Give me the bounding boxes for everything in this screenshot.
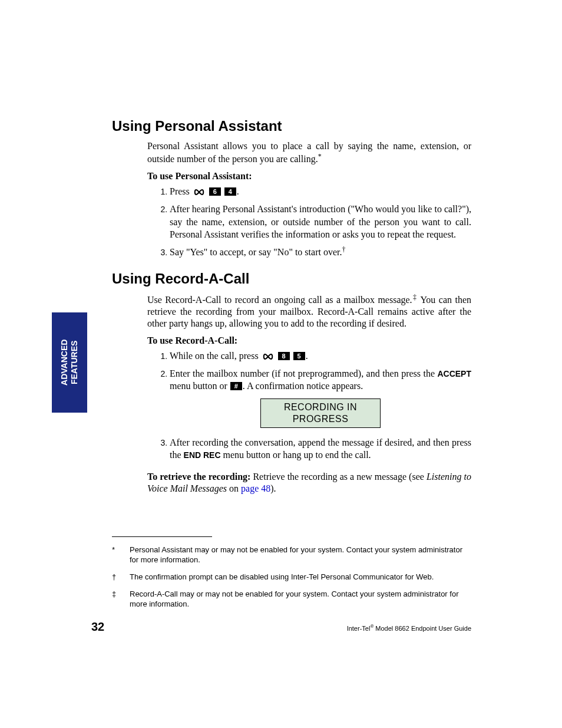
pa-step1-post: . (237, 186, 239, 196)
retrieve-bold: To retrieve the recording: (147, 472, 250, 482)
side-tab-text: ADVANCED FEATURES (59, 340, 80, 386)
pa-to-use: To use Personal Assistant: (147, 171, 471, 182)
page-48-link[interactable]: page 48 (241, 483, 270, 493)
rac-step-1: While on the call, press 8 5. (170, 350, 471, 364)
fn3-text: Record-A-Call may or may not be enabled … (130, 589, 471, 610)
pa-intro: Personal Assistant allows you to place a… (147, 140, 471, 165)
key-4: 4 (224, 187, 236, 196)
rac-intro-mark: ‡ (412, 293, 418, 301)
pa-step-1: Press 6 4. (170, 185, 471, 199)
fn1-sym: * (112, 545, 130, 565)
end-rec-label: END REC (184, 450, 221, 460)
rac-retrieve: To retrieve the recording: Retrieve the … (147, 471, 471, 495)
display-box: RECORDING IN PROGRESS (260, 398, 381, 428)
rac-step-3: After recording the conversation, append… (170, 436, 471, 462)
rac-s2-c: . A confirmation notice appears. (243, 381, 363, 391)
pa-step1-pre: Press (170, 186, 192, 196)
rac-intro-a: Use Record-A-Call to record an ongoing c… (147, 295, 412, 305)
retrieve-b: on (227, 483, 241, 493)
footnotes: * Personal Assistant may or may not be e… (112, 536, 471, 616)
key-8: 8 (278, 352, 290, 360)
key-hash: # (230, 382, 242, 390)
pa-intro-footmark: * (318, 152, 322, 160)
footnote-3: ‡ Record-A-Call may or may not be enable… (112, 589, 471, 610)
key-6: 6 (209, 187, 221, 196)
rac-steps: While on the call, press 8 5. Enter the … (158, 350, 471, 462)
pa-intro-text: Personal Assistant allows you to place a… (147, 141, 471, 164)
rac-s2-a: Enter the mailbox number (if not preprog… (170, 368, 437, 378)
rac-s1-post: . (306, 351, 308, 361)
side-tab-line1: ADVANCED (59, 340, 69, 386)
content-area: Using Personal Assistant Personal Assist… (112, 118, 471, 500)
infinity-icon (262, 351, 274, 364)
side-tab: ADVANCED FEATURES (52, 312, 87, 413)
rac-s1-pre: While on the call, press (170, 351, 261, 361)
pa-step-2: After hearing Personal Assistant's intro… (170, 203, 471, 241)
rac-intro: Use Record-A-Call to record an ongoing c… (147, 293, 471, 330)
fn2-text: The confirmation prompt can be disabled … (130, 572, 471, 582)
display-line1: RECORDING IN (284, 402, 357, 412)
pa-step-3: Say "Yes" to accept, or say "No" to star… (170, 245, 471, 259)
heading-personal-assistant: Using Personal Assistant (112, 118, 471, 134)
rac-step-2: Enter the mailbox number (if not preprog… (170, 367, 471, 428)
footer-brand: Inter-Tel (347, 625, 371, 632)
fn2-sym: † (112, 572, 130, 582)
infinity-icon (193, 186, 205, 199)
retrieve-c: ). (270, 483, 276, 493)
section1-body: Personal Assistant allows you to place a… (147, 140, 471, 259)
footer-right: Inter-Tel® Model 8662 Endpoint User Guid… (347, 624, 471, 632)
key-5: 5 (293, 352, 305, 360)
section2-body: Use Record-A-Call to record an ongoing c… (147, 293, 471, 495)
fn1-text: Personal Assistant may or may not be ena… (130, 545, 471, 565)
display-line2: PROGRESS (293, 414, 349, 424)
retrieve-a: Retrieve the recording as a new message … (250, 472, 427, 482)
footer-title: Model 8662 Endpoint User Guide (373, 625, 471, 632)
pa-step3-mark: † (342, 245, 345, 253)
pa-step3-text: Say "Yes" to accept, or say "No" to star… (170, 247, 342, 257)
page-number: 32 (91, 620, 104, 634)
accept-label: ACCEPT (437, 369, 471, 378)
heading-record-a-call: Using Record-A-Call (112, 271, 471, 287)
rac-s2-b: menu button or (170, 381, 230, 391)
footnote-1: * Personal Assistant may or may not be e… (112, 545, 471, 565)
rac-s3-b: menu button or hang up to end the call. (221, 450, 371, 460)
fn3-sym: ‡ (112, 589, 130, 610)
pa-steps: Press 6 4. After hearing Personal Assist… (158, 185, 471, 258)
rac-to-use: To use Record-A-Call: (147, 335, 471, 346)
side-tab-line2: FEATURES (70, 341, 79, 384)
page: ADVANCED FEATURES Using Personal Assista… (0, 0, 562, 728)
page-footer: 32 Inter-Tel® Model 8662 Endpoint User G… (91, 620, 471, 634)
footnote-2: † The confirmation prompt can be disable… (112, 572, 471, 582)
footnote-rule (112, 536, 212, 537)
